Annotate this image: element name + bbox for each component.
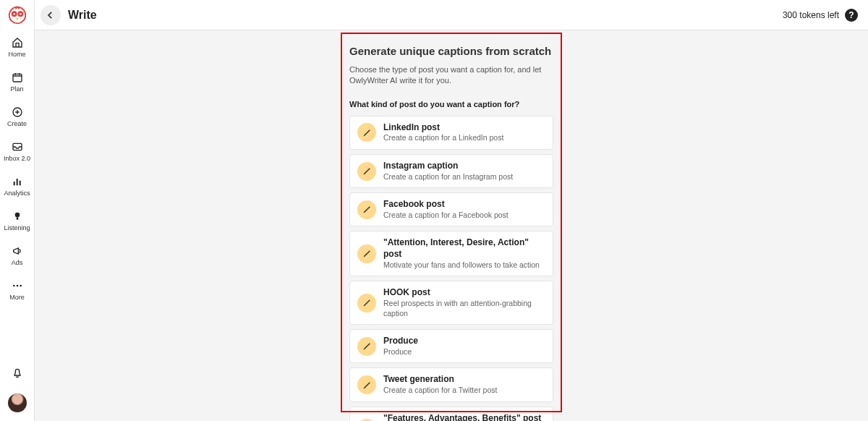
option-title: Facebook post (383, 199, 509, 210)
panel-subtitle: Choose the type of post you want a capti… (349, 64, 553, 87)
option-desc: Create a caption for a LinkedIn post (383, 133, 503, 143)
pencil-icon (357, 294, 376, 312)
sidebar-item-plan[interactable]: Plan (0, 65, 34, 100)
sidebar-item-create[interactable]: Create (0, 100, 34, 135)
sidebar-item-analytics[interactable]: Analytics (0, 169, 34, 204)
sidebar-item-label: Create (7, 121, 27, 127)
svg-rect-5 (13, 74, 22, 82)
svg-rect-8 (13, 182, 14, 185)
app-logo[interactable] (7, 4, 28, 26)
bar-chart-icon (11, 175, 24, 188)
sidebar-item-listening[interactable]: Listening (0, 204, 34, 239)
option-title: LinkedIn post (383, 122, 503, 134)
option-title: HOOK post (383, 287, 545, 299)
post-type-options: LinkedIn postCreate a caption for a Link… (349, 116, 553, 421)
pencil-icon (357, 162, 376, 181)
pencil-icon (357, 123, 376, 142)
svg-rect-12 (16, 217, 18, 219)
notifications-button[interactable] (11, 366, 24, 379)
sidebar-item-label: Ads (12, 260, 23, 266)
inbox-icon (11, 140, 24, 153)
sidebar: Home Plan Create Inbox 2.0 Analytics Lis… (0, 0, 35, 421)
generate-panel: Generate unique captions from scratch Ch… (346, 36, 556, 421)
panel-title: Generate unique captions from scratch (349, 45, 553, 57)
option-title: "Features, Advantages, Benefits" post (383, 413, 545, 421)
sidebar-item-label: Listening (4, 225, 30, 231)
svg-point-11 (14, 213, 20, 218)
option-title: Produce (383, 336, 418, 347)
sidebar-item-inbox[interactable]: Inbox 2.0 (0, 135, 34, 169)
option-fab-post[interactable]: "Features, Advantages, Benefits" postDes… (349, 407, 553, 421)
svg-point-4 (19, 13, 21, 15)
content-area: Generate unique captions from scratch Ch… (35, 30, 868, 421)
option-linkedin-post[interactable]: LinkedIn postCreate a caption for a Link… (349, 116, 553, 150)
option-desc: Create a caption for a Twitter post (383, 386, 497, 396)
tokens-remaining: 300 tokens left (783, 10, 839, 20)
svg-point-15 (20, 285, 22, 287)
svg-rect-9 (16, 179, 17, 185)
pencil-icon (357, 337, 376, 356)
sidebar-item-label: Plan (10, 86, 23, 93)
sidebar-item-label: More (9, 294, 25, 301)
bulb-icon (11, 210, 24, 223)
topbar: Write 300 tokens left ? (35, 0, 868, 30)
help-icon[interactable]: ? (845, 9, 858, 22)
option-title: Tweet generation (383, 374, 497, 386)
svg-rect-10 (19, 181, 20, 186)
panel-prompt: What kind of post do you want a caption … (349, 100, 553, 109)
megaphone-icon (11, 244, 24, 258)
svg-point-0 (9, 7, 25, 24)
dots-icon (11, 279, 24, 292)
plus-circle-icon (11, 106, 24, 119)
option-title: Instagram caption (383, 161, 513, 172)
pencil-icon (357, 375, 376, 394)
sidebar-item-label: Analytics (4, 190, 30, 197)
option-hook-post[interactable]: HOOK postReel prospects in with an atten… (349, 281, 553, 325)
pencil-icon (357, 200, 376, 219)
option-desc: Reel prospects in with an attention-grab… (383, 299, 545, 318)
sidebar-item-more[interactable]: More (0, 273, 34, 308)
sidebar-item-ads[interactable]: Ads (0, 239, 34, 273)
calendar-icon (11, 71, 24, 84)
svg-point-13 (13, 285, 15, 287)
pencil-icon (357, 244, 376, 263)
svg-point-14 (16, 285, 18, 287)
option-desc: Motivate your fans and followers to take… (383, 260, 545, 271)
sidebar-item-label: Inbox 2.0 (4, 156, 30, 162)
option-instagram-caption[interactable]: Instagram captionCreate a caption for an… (349, 154, 553, 188)
svg-point-3 (13, 13, 15, 15)
option-desc: Create a caption for an Instagram post (383, 172, 513, 182)
avatar[interactable] (8, 394, 27, 412)
home-icon (11, 36, 24, 49)
sidebar-item-label: Home (8, 51, 25, 58)
option-produce[interactable]: ProduceProduce (349, 329, 553, 363)
sidebar-item-home[interactable]: Home (0, 30, 34, 65)
option-desc: Create a caption for a Facebook post (383, 210, 509, 221)
page-title: Write (68, 9, 97, 22)
back-button[interactable] (41, 5, 61, 25)
option-title: "Attention, Interest, Desire, Action" po… (383, 237, 545, 260)
option-aida-post[interactable]: "Attention, Interest, Desire, Action" po… (349, 231, 553, 276)
option-tweet-generation[interactable]: Tweet generationCreate a caption for a T… (349, 367, 553, 401)
option-facebook-post[interactable]: Facebook postCreate a caption for a Face… (349, 192, 553, 226)
option-desc: Produce (383, 347, 418, 357)
main: Write 300 tokens left ? Generate unique … (35, 0, 868, 421)
